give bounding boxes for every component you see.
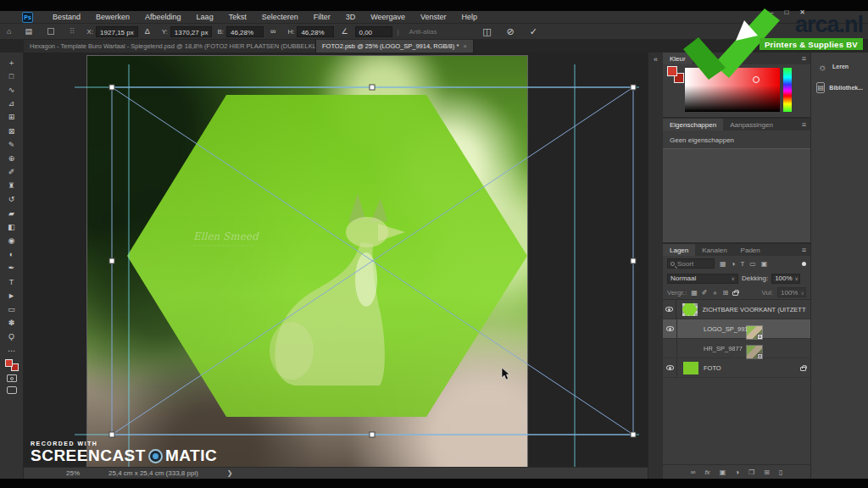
filter-type-icon[interactable]: T	[740, 260, 744, 268]
link-layers-icon[interactable]: ∞	[691, 469, 696, 476]
width-input[interactable]: 46,28%	[226, 26, 264, 37]
menu-3d[interactable]: 3D	[338, 11, 364, 24]
lock-artboard-icon[interactable]: ⊞	[722, 289, 728, 297]
layer-effects-icon[interactable]: fx	[704, 469, 709, 476]
clone-stamp-tool[interactable]: ♜	[3, 180, 21, 193]
layer-kind-filter[interactable]: Soort	[667, 258, 715, 269]
filter-shape-icon[interactable]: ▭	[749, 260, 756, 268]
transform-bounding-box[interactable]	[112, 87, 633, 435]
blend-mode-select[interactable]: Normaal∨	[667, 274, 738, 284]
new-group-icon[interactable]: ❒	[748, 469, 754, 476]
gradient-tool[interactable]: ◧	[3, 220, 21, 234]
tab-eigenschappen[interactable]: Eigenschappen	[663, 119, 723, 130]
dock-item-leren[interactable]: ☼ Leren	[811, 56, 868, 77]
y-input[interactable]: 1370,27 px	[170, 26, 213, 37]
menu-bewerken[interactable]: Bewerken	[88, 11, 137, 24]
commit-transform-icon[interactable]: ✓	[530, 26, 537, 37]
filter-pixel-icon[interactable]: ▦	[720, 260, 726, 268]
relative-position-icon[interactable]: Δ	[138, 27, 157, 36]
object-selection-tool[interactable]: ⊿	[3, 97, 21, 111]
visibility-cell[interactable]	[663, 319, 677, 338]
reference-point-checkbox[interactable]	[47, 28, 54, 35]
foreground-color-swatch[interactable]	[5, 359, 13, 367]
status-expander-icon[interactable]: ❯	[227, 469, 233, 477]
layer-thumbnail-green[interactable]	[683, 362, 698, 374]
healing-brush-tool[interactable]: ⊕	[3, 152, 21, 165]
dock-item-bibliotheken[interactable]: ▤ Bibliothek...	[811, 77, 868, 98]
new-layer-icon[interactable]: ⊞	[764, 469, 770, 476]
path-selection-tool[interactable]: ►	[3, 289, 21, 302]
layer-name[interactable]: LOGO_SP_9914	[704, 325, 752, 333]
x-input[interactable]: 1927,15 px	[96, 26, 138, 37]
menu-selecteren[interactable]: Selecteren	[254, 11, 306, 24]
angle-input[interactable]: 0,00	[355, 26, 392, 37]
eyedropper-tool[interactable]: ✎	[3, 138, 21, 152]
color-fg-bg-swatches[interactable]	[667, 66, 684, 83]
visibility-cell[interactable]	[663, 339, 677, 358]
tab-paden[interactable]: Paden	[734, 244, 767, 256]
filter-smart-object-icon[interactable]: ▣	[761, 260, 768, 268]
visibility-cell[interactable]	[663, 300, 676, 319]
add-mask-icon[interactable]: ▣	[720, 469, 726, 476]
panel-menu-icon[interactable]: ≡	[798, 244, 810, 256]
shape-tool[interactable]: ▭	[3, 302, 21, 316]
cancel-transform-icon[interactable]: ⊘	[507, 26, 515, 37]
blur-tool[interactable]: ◉	[3, 234, 21, 247]
zoom-level[interactable]: 25%	[66, 469, 80, 477]
height-input[interactable]: 46,28%	[297, 26, 334, 37]
maximize-icon[interactable]: □	[784, 8, 788, 16]
close-tab-icon[interactable]: ×	[463, 42, 467, 50]
layer-thumbnail-hexagon[interactable]	[682, 303, 698, 316]
menu-laag[interactable]: Laag	[189, 11, 221, 24]
layer-thumbnail-photo[interactable]	[747, 346, 762, 358]
lock-all-icon[interactable]	[732, 291, 738, 296]
opacity-select[interactable]: 100%∨	[771, 274, 800, 284]
marquee-tool[interactable]: □	[3, 69, 21, 83]
layer-name[interactable]: HR_SP_9877	[704, 345, 743, 352]
menu-tekst[interactable]: Tekst	[221, 11, 254, 24]
canvas-area[interactable]: Ellen Smeed ─────────────	[24, 53, 648, 467]
tab-lagen[interactable]: Lagen	[663, 244, 695, 256]
foreground-background-swatches[interactable]	[5, 359, 19, 371]
photoshop-app-icon[interactable]: Ps	[22, 12, 33, 23]
history-brush-tool[interactable]: ↺	[3, 193, 21, 207]
eraser-tool[interactable]: ▰	[3, 207, 21, 220]
eye-icon[interactable]	[665, 307, 673, 312]
lasso-tool[interactable]: ∿	[3, 83, 21, 97]
eye-icon[interactable]	[666, 326, 674, 331]
menu-venster[interactable]: Venster	[413, 11, 454, 24]
minimize-icon[interactable]: —	[766, 8, 773, 16]
tab-aanpassingen[interactable]: Aanpassingen	[723, 119, 780, 130]
link-dimensions-icon[interactable]: ∞	[264, 27, 282, 36]
layer-name[interactable]: ZICHTBARE VOORKANT (UITZETTEN)	[703, 306, 806, 313]
screen-mode-icon[interactable]	[7, 386, 17, 394]
brush-tool[interactable]: ✐	[3, 166, 21, 180]
layer-row-hr-sp-9877[interactable]: HR_SP_9877	[663, 339, 810, 358]
pen-tool[interactable]: ✒	[3, 262, 21, 275]
workspace-icon[interactable]: ▤	[18, 27, 39, 36]
edit-toolbar-icon[interactable]: ⋯	[3, 344, 21, 358]
lock-transparency-icon[interactable]: ▦	[691, 289, 698, 297]
eye-icon[interactable]	[666, 365, 674, 370]
menu-bestand[interactable]: Bestand	[45, 11, 88, 24]
panel-menu-icon[interactable]: ≡	[798, 53, 810, 64]
close-icon[interactable]: ✕	[799, 8, 805, 16]
menu-help[interactable]: Help	[454, 11, 486, 24]
frame-tool[interactable]: ⊠	[3, 125, 21, 138]
tab-kanalen[interactable]: Kanalen	[695, 244, 733, 256]
filter-toggle-icon[interactable]	[802, 262, 806, 266]
tab-kleur[interactable]: Kleur	[663, 53, 693, 64]
filter-adjustment-icon[interactable]: ◑	[732, 260, 736, 268]
collapse-panels-icon[interactable]: «	[654, 55, 658, 64]
layer-row-logo-sp-9914[interactable]: LOGO_SP_9914	[663, 319, 810, 339]
panel-menu-icon[interactable]: ≡	[798, 119, 810, 130]
tab-hexagon-template[interactable]: Hexagon - Template Buro Wartaal - Spiege…	[24, 40, 316, 53]
lock-pixels-icon[interactable]: ✐	[702, 289, 708, 297]
hand-tool[interactable]: ✽	[3, 317, 21, 330]
layer-name[interactable]: FOTO	[704, 364, 721, 372]
delete-layer-icon[interactable]: ▯	[779, 469, 782, 476]
tab-foto2-psb[interactable]: FOTO2.psb @ 25% (LOGO_SP_9914, RGB/8) * …	[316, 40, 474, 53]
warp-mode-icon[interactable]: ◫	[482, 26, 491, 37]
home-icon[interactable]: ⌂	[0, 27, 18, 36]
zoom-tool[interactable]: Ϙ	[3, 330, 21, 344]
